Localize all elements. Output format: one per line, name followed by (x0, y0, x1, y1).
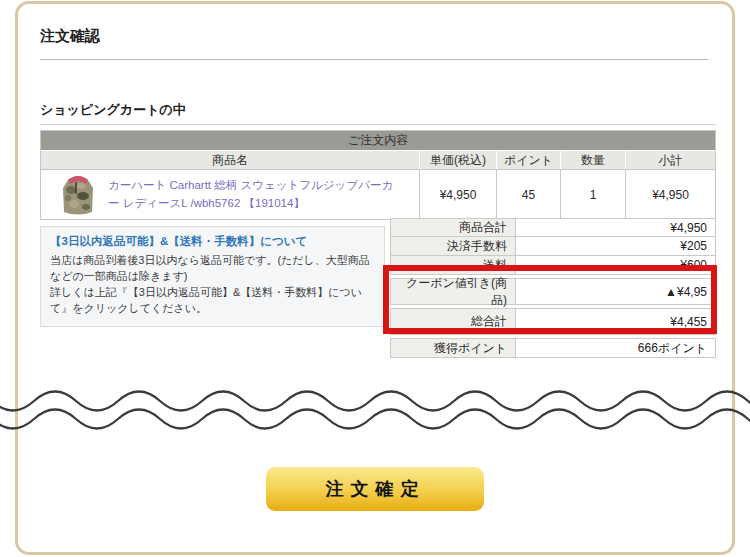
confirm-order-button[interactable]: 注文確定 (266, 467, 484, 511)
product-subtotal: ¥4,950 (625, 170, 715, 219)
product-points: 45 (496, 170, 560, 219)
wavy-cut-separator (0, 380, 750, 440)
order-table-header-row: 商品名 単価(税込) ポイント 数量 小計 (41, 150, 715, 169)
summary-value: ¥4,950 (516, 219, 715, 236)
title-divider (40, 59, 708, 60)
return-policy-text-line2: 詳しくは上記『【3日以内返品可能】&【送料・手数料】について』をクリックしてくだ… (50, 285, 375, 317)
order-table-caption: ご注文内容 (41, 131, 715, 150)
summary-row-item-total: 商品合計 ¥4,950 (390, 218, 716, 237)
summary-label: 決済手数料 (391, 237, 516, 255)
summary-label: 送料 (391, 256, 516, 274)
return-policy-link[interactable]: 【3日以内返品可能】&【送料・手数料】について (50, 234, 375, 249)
summary-row-payment-fee: 決済手数料 ¥205 (390, 237, 716, 256)
summary-row-earned-points: 獲得ポイント 666ポイント (390, 338, 716, 358)
summary-value: ¥4,455 (516, 309, 715, 334)
column-header-points: ポイント (496, 151, 560, 169)
column-header-unit-price: 単価(税込) (419, 151, 496, 169)
return-policy-text-line1: 当店は商品到着後3日以内なら返品可能です。(ただし、大型商品などの一部商品は除き… (50, 253, 375, 285)
summary-value: ▲¥4,95 (516, 279, 715, 304)
order-summary-table: 商品合計 ¥4,950 決済手数料 ¥205 送料 ¥600 クーポン値引き(商… (390, 218, 716, 358)
product-name-link[interactable]: カーハート Carhartt 総柄 スウェットフルジップパーカー レディースL … (108, 177, 400, 212)
section-divider (40, 124, 716, 125)
return-policy-box: 【3日以内返品可能】&【送料・手数料】について 当店は商品到着後3日以内なら返品… (40, 226, 385, 327)
column-header-product-name: 商品名 (41, 151, 419, 169)
order-items-table: ご注文内容 商品名 単価(税込) ポイント 数量 小計 (40, 130, 716, 220)
cart-section-title: ショッピングカートの中 (40, 101, 186, 119)
summary-label: クーポン値引き(商品) (391, 279, 516, 304)
summary-row-shipping: 送料 ¥600 (390, 256, 716, 275)
order-item-row: カーハート Carhartt 総柄 スウェットフルジップパーカー レディースL … (41, 169, 715, 219)
column-header-subtotal: 小計 (625, 151, 715, 169)
summary-row-grand-total: 総合計 ¥4,455 (390, 308, 716, 335)
order-confirmation-page: 注文確認 ショッピングカートの中 ご注文内容 商品名 単価(税込) ポイント 数… (0, 0, 750, 557)
page-title: 注文確認 (40, 27, 100, 46)
product-image (61, 174, 95, 216)
product-unit-price: ¥4,950 (419, 170, 496, 219)
summary-value: ¥205 (516, 237, 715, 255)
summary-value: ¥600 (516, 256, 715, 274)
summary-label: 総合計 (391, 309, 516, 334)
product-quantity: 1 (560, 170, 625, 219)
summary-label: 商品合計 (391, 219, 516, 236)
summary-value: 666ポイント (516, 339, 715, 357)
summary-row-coupon-discount: クーポン値引き(商品) ▲¥4,95 (390, 278, 716, 305)
column-header-quantity: 数量 (560, 151, 625, 169)
summary-label: 獲得ポイント (391, 339, 516, 357)
